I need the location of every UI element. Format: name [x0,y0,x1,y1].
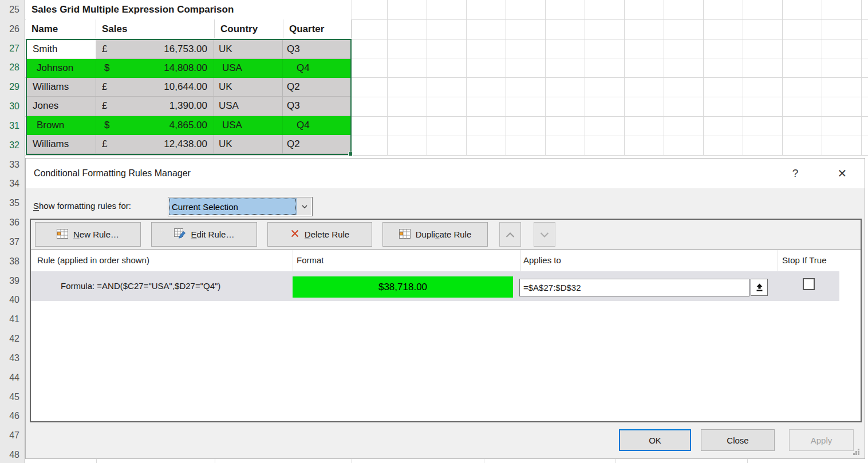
row-header-30[interactable]: 30 [0,97,25,117]
rule-format-preview: $38,718.00 [293,276,513,298]
cell-quarter[interactable]: Q2 [283,135,350,154]
dialog-title-bar[interactable]: Conditional Formatting Rules Manager ? ✕ [26,159,865,188]
row-header-48[interactable]: 48 [0,445,25,463]
duplicate-rule-label: Duplicate Rule [416,229,472,239]
row-header-33[interactable]: 33 [0,155,25,175]
row-header-31[interactable]: 31 [0,116,25,136]
close-button[interactable]: Close [701,429,775,451]
list-header-stop-if-true: Stop If True [782,250,827,271]
cell-sales[interactable]: $14,808.00 [96,59,214,78]
amount: 16,753.00 [164,43,207,55]
sheet-title-cell[interactable]: Sales Grid Multiple Expression Compariso… [26,0,239,19]
column-header-sales[interactable]: Sales [96,19,215,38]
cell-quarter[interactable]: Q3 [283,40,350,59]
row-header-44[interactable]: 44 [0,368,25,388]
row-header-47[interactable]: 47 [0,426,25,446]
table-pencil-icon [174,228,186,240]
amount: 10,644.00 [164,81,207,93]
cell-sales[interactable]: $4,865.00 [96,116,214,135]
cell-sales[interactable]: £10,644.00 [96,78,214,97]
row-header-25[interactable]: 25 [0,0,25,20]
table-grid-icon [57,229,68,240]
amount: 14,808.00 [164,62,207,74]
collapse-range-icon[interactable] [751,279,768,296]
new-rule-button[interactable]: New Rule… [35,222,141,247]
row-header-26[interactable]: 26 [0,19,25,39]
cell-country[interactable]: USA [214,59,283,78]
cell-name[interactable]: Jones [27,97,96,116]
help-icon[interactable]: ? [786,159,804,188]
show-rules-for-dropdown[interactable]: Current Selection [168,197,313,216]
chevron-down-icon [540,229,549,240]
column-header-name[interactable]: Name [26,19,96,38]
cell-quarter[interactable]: Q3 [283,97,350,116]
currency-symbol: $ [104,120,109,131]
cell-name[interactable]: Williams [27,78,96,97]
edit-rule-button[interactable]: Edit Rule… [151,222,257,247]
cell-name[interactable]: Brown [27,116,96,135]
ok-button[interactable]: OK [619,429,691,451]
red-x-icon [290,229,299,240]
currency-symbol: £ [102,43,107,55]
row-header-36[interactable]: 36 [0,213,25,233]
cell-country[interactable]: UK [214,40,283,59]
cell-quarter[interactable]: Q2 [283,78,350,97]
row-header-45[interactable]: 45 [0,387,25,407]
cell-country[interactable]: UK [214,78,283,97]
move-rule-down-button[interactable] [534,222,555,247]
rules-list-panel: New Rule… Edit Rule… Delete Rule Duplica… [30,219,862,422]
cell-name[interactable]: Smith [27,40,96,59]
cell-name[interactable]: Johnson [27,59,96,78]
stop-if-true-checkbox[interactable] [803,278,815,290]
conditional-formatting-rules-manager-dialog: Conditional Formatting Rules Manager ? ✕… [25,158,865,459]
column-header-country[interactable]: Country [215,19,283,38]
selected-cell-range[interactable]: Smith£16,753.00UKQ3Johnson$14,808.00USAQ… [26,39,352,156]
move-rule-up-button[interactable] [499,222,521,247]
row-header-39[interactable]: 39 [0,271,25,291]
row-header-37[interactable]: 37 [0,232,25,252]
show-rules-for-label: Show formatting rules for: [33,196,131,216]
row-header-46[interactable]: 46 [0,406,25,426]
cell-country[interactable]: USA [214,97,283,116]
excel-window: 2526272829303132333435363738394041424344… [0,0,868,463]
resize-grip[interactable] [858,449,859,450]
row-header-38[interactable]: 38 [0,252,25,272]
row-header-41[interactable]: 41 [0,310,25,330]
applies-to-input[interactable]: =$A$27:$D$32 [519,279,749,296]
cell-country[interactable]: USA [214,116,283,135]
row-header-35[interactable]: 35 [0,193,25,213]
apply-button: Apply [789,429,854,451]
row-header-32[interactable]: 32 [0,136,25,156]
chevron-down-icon[interactable] [297,198,311,215]
cell-name[interactable]: Williams [27,135,96,154]
cell-sales[interactable]: £1,390.00 [96,97,214,116]
cell-country[interactable]: UK [214,135,283,154]
column-separator [520,250,521,271]
list-header-rule: Rule (applied in order shown) [37,250,149,271]
list-header-format: Format [297,250,324,271]
row-header-27[interactable]: 27 [0,39,25,59]
amount: 12,438.00 [164,138,207,150]
fill-handle[interactable] [348,152,353,156]
cell-quarter[interactable]: Q4 [283,116,350,135]
row-header-29[interactable]: 29 [0,77,25,97]
sheet-row-30: Jones£1,390.00USAQ3 [27,97,350,116]
row-header-40[interactable]: 40 [0,290,25,310]
sheet-row-32: Williams£12,438.00UKQ2 [27,135,350,154]
cell-quarter[interactable]: Q4 [283,59,350,78]
delete-rule-button[interactable]: Delete Rule [267,222,372,247]
duplicate-rule-button[interactable]: Duplicate Rule [382,222,488,247]
sheet-row-27: Smith£16,753.00UKQ3 [27,40,350,59]
row-header-42[interactable]: 42 [0,329,25,349]
row-header-34[interactable]: 34 [0,174,25,194]
currency-symbol: £ [102,81,107,93]
cell-sales[interactable]: £16,753.00 [96,40,214,59]
chevron-up-icon [506,229,515,240]
row-header-43[interactable]: 43 [0,349,25,369]
column-header-quarter[interactable]: Quarter [283,19,352,38]
sheet-row-29: Williams£10,644.00UKQ2 [27,78,350,97]
row-header-28[interactable]: 28 [0,58,25,78]
cell-sales[interactable]: £12,438.00 [96,135,214,154]
table-grid-icon [399,229,411,240]
close-icon[interactable]: ✕ [831,159,854,188]
